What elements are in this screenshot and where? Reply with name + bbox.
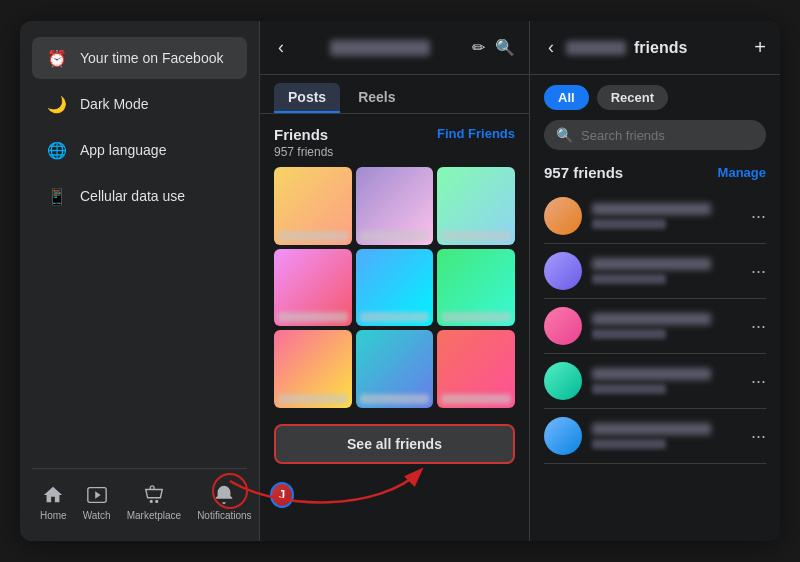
friend-thumb-1[interactable] [274,167,352,245]
friend-info-1 [592,203,741,229]
friend-more-4[interactable]: ··· [751,371,766,392]
friend-name-blurred-1 [592,203,711,215]
friends-count-subtitle: 957 friends [274,145,333,159]
profile-name-blurred [330,40,430,56]
right-title-friends: friends [634,39,687,57]
friend-sub-blurred-1 [592,219,666,229]
menu-item-dark[interactable]: 🌙 Dark Mode [32,83,247,125]
search-icon-right: 🔍 [556,127,573,143]
menu-label-time: Your time on Facebook [80,50,223,66]
tab-reels[interactable]: Reels [344,83,409,113]
friend-more-1[interactable]: ··· [751,206,766,227]
friend-thumb-2[interactable] [356,167,434,245]
right-back-button[interactable]: ‹ [544,33,558,62]
friend-info-3 [592,313,741,339]
friend-more-5[interactable]: ··· [751,426,766,447]
nav-item-watch[interactable]: Watch [75,479,119,525]
friend-name-blur-1 [278,231,348,241]
friend-thumb-4[interactable] [274,249,352,327]
nav-item-home[interactable]: Home [32,479,75,525]
middle-panel: ‹ ✏ 🔍 Posts Reels Friends 957 friends Fi… [260,21,530,541]
friend-thumb-8[interactable] [356,330,434,408]
right-panel: ‹ friends + All Recent 🔍 957 friends Man… [530,21,780,541]
nav-label-home: Home [40,510,67,521]
friend-thumb-6[interactable] [437,249,515,327]
right-panel-header: ‹ friends + [530,21,780,75]
friend-name-blur-7 [278,394,348,404]
friends-grid [274,167,515,408]
filter-all-button[interactable]: All [544,85,589,110]
right-profile-name-blurred [566,41,626,55]
friend-name-blur-8 [360,394,430,404]
friend-name-blurred-4 [592,368,711,380]
see-all-friends-button[interactable]: See all friends [274,424,515,464]
friend-sub-blurred-2 [592,274,666,284]
svg-point-2 [156,501,158,503]
back-button[interactable]: ‹ [274,33,288,62]
friend-sub-blurred-4 [592,384,666,394]
menu-item-language[interactable]: 🌐 App language [32,129,247,171]
left-panel: ⏰ Your time on Facebook 🌙 Dark Mode 🌐 Ap… [20,21,260,541]
filter-bar: All Recent [530,75,780,120]
nav-item-notifications[interactable]: Notifications [189,479,259,525]
friend-name-blurred-5 [592,423,711,435]
friend-avatar-2 [544,252,582,290]
bottom-nav: Home Watch Marketplace Notifications [32,468,247,525]
friend-name-blurred-2 [592,258,711,270]
svg-point-1 [150,501,152,503]
search-friends-input[interactable] [581,128,754,143]
friend-thumb-7[interactable] [274,330,352,408]
friend-row-2: ··· [544,244,766,299]
tab-posts[interactable]: Posts [274,83,340,113]
friend-row-5: ··· [544,409,766,464]
friend-thumb-3[interactable] [437,167,515,245]
tab-bar: Posts Reels [260,75,529,114]
screenshot-container: ⏰ Your time on Facebook 🌙 Dark Mode 🌐 Ap… [20,21,780,541]
friend-more-3[interactable]: ··· [751,316,766,337]
home-icon [41,483,65,507]
friend-info-5 [592,423,741,449]
menu-item-cellular[interactable]: 📱 Cellular data use [32,175,247,217]
friends-section-title: Friends [274,126,333,143]
friend-name-blur-2 [360,231,430,241]
edit-icon[interactable]: ✏ [472,38,485,57]
friend-thumb-9[interactable] [437,330,515,408]
nav-item-marketplace[interactable]: Marketplace [119,479,189,525]
friend-info-2 [592,258,741,284]
friends-section-info: Friends 957 friends [274,126,333,159]
friends-count-row: 957 friends Manage [530,160,780,189]
menu-label-language: App language [80,142,166,158]
nav-label-watch: Watch [83,510,111,521]
friend-sub-blurred-3 [592,329,666,339]
nav-label-marketplace: Marketplace [127,510,181,521]
profile-avatar: J [270,482,294,508]
friend-name-blur-6 [441,312,511,322]
friend-sub-blurred-5 [592,439,666,449]
watch-icon [85,483,109,507]
moon-icon: 🌙 [46,93,68,115]
cellular-icon: 📱 [46,185,68,207]
middle-panel-content: Friends 957 friends Find Friends [260,114,529,541]
friends-section-header: Friends 957 friends Find Friends [274,126,515,159]
right-title-area: ‹ friends [544,33,687,62]
friend-thumb-5[interactable] [356,249,434,327]
nav-label-notifications: Notifications [197,510,251,521]
find-friends-button[interactable]: Find Friends [437,126,515,141]
search-bar[interactable]: 🔍 [544,120,766,150]
manage-friends-button[interactable]: Manage [718,165,766,180]
filter-recent-button[interactable]: Recent [597,85,668,110]
menu-item-time[interactable]: ⏰ Your time on Facebook [32,37,247,79]
profile-avatar-icon: J [270,483,294,507]
friends-count-label: 957 friends [544,164,623,181]
time-icon: ⏰ [46,47,68,69]
friend-avatar-1 [544,197,582,235]
search-icon[interactable]: 🔍 [495,38,515,57]
header-actions: ✏ 🔍 [472,38,515,57]
middle-panel-header: ‹ ✏ 🔍 [260,21,529,75]
globe-icon: 🌐 [46,139,68,161]
friend-row-1: ··· [544,189,766,244]
marketplace-icon [142,483,166,507]
add-friend-button[interactable]: + [754,36,766,59]
friend-info-4 [592,368,741,394]
friend-more-2[interactable]: ··· [751,261,766,282]
